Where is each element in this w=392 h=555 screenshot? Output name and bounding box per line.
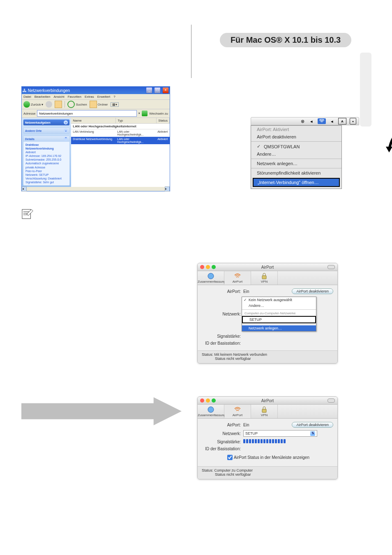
status-line1: Status: Computer zu Computer [202,468,333,472]
tab-airport[interactable]: AirPort [224,271,251,285]
expand-icon[interactable]: ⌃ [64,137,68,141]
tab-airport[interactable]: AirPort [224,405,251,418]
deactivate-button[interactable]: AirPort deaktivieren [292,288,333,294]
folder-icon [90,101,97,108]
menu-item-deactivate[interactable]: AirPort deaktivieren [251,133,341,140]
col-status[interactable]: Status [157,118,170,123]
svg-marker-4 [21,397,182,425]
menu-item-create[interactable]: Netzwerk anlegen… [251,160,341,167]
forward-button[interactable] [46,101,52,108]
mac-menubar: ⊗ ◂ ◂ A ▪ [251,117,359,125]
label-signal: Signalstärke: [202,334,243,339]
menu-item-interference[interactable]: Störunempfindlichkeit aktivieren [251,169,341,177]
status-line2: Status nicht verfügbar [215,472,333,477]
menu-item-open-internet[interactable]: „Internet-Verbindung" öffnen… [253,178,340,187]
menu-item-status: AirPort: Aktiviert [251,126,341,133]
detail-line: Signalstärke: Sehr gut [25,181,54,184]
go-button[interactable] [142,111,148,116]
menu-adv[interactable]: Erweitert [97,95,111,99]
panel-title: Details [25,138,35,140]
col-type[interactable]: Typ [116,118,157,123]
airport-window-popup: AirPort Zusammenfassung AirPort VPN AirP… [197,263,338,364]
menubar-unknown-icon[interactable]: ◂ [329,118,335,124]
collapse-icon[interactable]: ⌄ [64,129,68,133]
address-label: Adresse [23,112,35,115]
airport-menubar-icon[interactable] [318,118,326,124]
svg-rect-13 [262,409,266,412]
folders-button[interactable]: Ordner [90,101,108,108]
xp-toolbar: Zurück ▾ Suchen Ordner ▦▾ [22,100,170,109]
section-heading: Für Mac OS® X 10.1 bis 10.3 [220,33,351,47]
deactivate-button[interactable]: AirPort deaktivieren [292,422,333,428]
network-popup: Kein Netzwerk ausgewählt Andere… Compute… [242,297,316,332]
svg-point-12 [208,407,214,412]
show-menubar-checkbox[interactable] [227,455,233,460]
tab-summary[interactable]: Zusammenfassung [198,271,224,285]
panel-title: Andere Orte [25,129,42,132]
search-button[interactable]: Suchen [67,101,87,108]
xp-panel-tasks: Netzwerkaufgaben⌄ [23,119,70,126]
label-network: Netzwerk: [202,431,243,436]
popup-item-other[interactable]: Andere… [242,303,316,309]
show-menubar-label: AirPort Status in der Menüleiste anzeige… [234,455,309,460]
menu-file[interactable]: Datei [23,95,31,99]
menu-edit[interactable]: Bearbeiten [35,95,51,99]
tab-vpn[interactable]: VPN [251,405,278,418]
xp-network-connections-window: 🖧 Netzwerkverbindungen _ □ × Datei Bearb… [21,86,170,191]
menu-view[interactable]: Ansicht [53,95,64,99]
address-input[interactable] [37,110,137,117]
speaker-icon[interactable]: ◂ [309,118,314,124]
input-source-icon[interactable]: A [338,118,346,124]
menubar-unknown-icon[interactable]: ⊗ [300,118,305,124]
up-button[interactable] [55,101,62,108]
step-arrow-icon [21,397,182,426]
toolbar-toggle-button[interactable] [327,398,335,403]
note-icon [21,208,34,220]
window-title: AirPort [198,398,337,403]
go-label: Wechseln zu [149,112,168,115]
airport-value: Ein [243,423,249,427]
svg-rect-9 [262,276,266,279]
detail-line: Aktiviert [25,151,36,154]
xp-hscrollbar[interactable]: ◂▸ [22,187,170,191]
status-line2: Status nicht verfügbar [215,357,333,361]
popup-item-setup[interactable]: SETUP [242,316,316,323]
views-button[interactable]: ▦▾ [111,102,119,107]
group-header: LAN oder Hochgeschwindigkeitsinternet [71,124,170,129]
menu-item-other[interactable]: Andere… [251,150,341,158]
detail-line: Peer-to-Peer [25,170,42,173]
label-airport: AirPort: [202,289,243,294]
airport-menu-dropdown: AirPort: Aktiviert AirPort deaktivieren … [251,125,342,189]
minimize-button[interactable]: _ [146,87,152,94]
menu-tools[interactable]: Extras [85,95,94,99]
menu-item-network[interactable]: QMSOFTGWLAN [251,143,341,150]
tab-vpn[interactable]: VPN [251,271,278,285]
xp-titlebar: 🖧 Netzwerkverbindungen _ □ × [22,87,170,94]
xp-addressbar: Adresse ▾ Wechseln zu [22,109,170,118]
network-select[interactable]: SETUP ⇅ [243,430,317,437]
collapse-icon[interactable]: ⌄ [64,120,68,124]
label-network: Netzwerk: [202,312,243,316]
detail-line: IP-Adresse: 169.254.170.92 [25,154,61,157]
maximize-button[interactable]: □ [154,87,161,94]
tab-summary[interactable]: Zusammenfassung [198,405,224,418]
signal-strength-meter [243,439,286,443]
popup-item-create[interactable]: Netzwerk anlegen… [242,325,316,331]
detail-line: Netzwerk: SETUP [25,173,48,176]
airport-value: Ein [243,289,249,294]
menu-help[interactable]: ? [113,95,115,99]
label-airport: AirPort: [202,423,243,427]
menu-fav[interactable]: Favoriten [68,95,81,99]
details-heading: Drahtlose Netzwerkverbindung [25,143,54,150]
xp-menubar[interactable]: Datei Bearbeiten Ansicht Favoriten Extra… [22,94,170,100]
status-line1: Status: Mit keinem Netzwerk verbunden [202,352,333,357]
battery-icon[interactable]: ▪ [350,118,356,124]
list-item[interactable]: LAN-Verbindung LAN oder Hochgeschwindigk… [71,129,170,137]
close-button[interactable]: × [162,87,169,94]
popup-item-none[interactable]: Kein Netzwerk ausgewählt [242,297,316,303]
back-button[interactable]: Zurück ▾ [23,101,43,108]
list-item-selected[interactable]: Drahtlose Netzwerkverbindung LAN oder Ho… [71,137,170,144]
col-name[interactable]: Name [71,118,116,123]
toolbar-toggle-button[interactable] [327,265,335,269]
label-baseid: ID der Basisstation: [202,341,243,345]
